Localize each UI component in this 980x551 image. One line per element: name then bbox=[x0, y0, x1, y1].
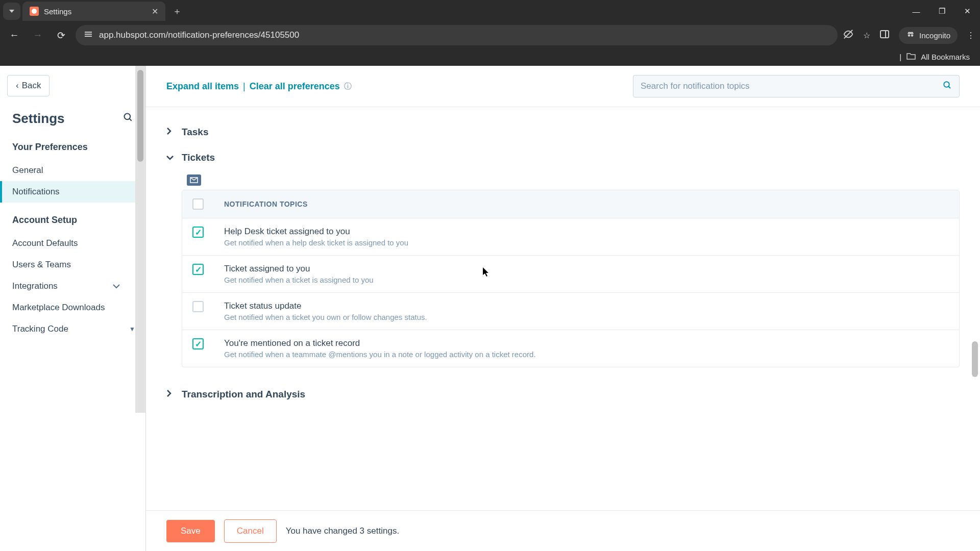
notification-topics-table: NOTIFICATION TOPICS Help Desk ticket ass… bbox=[182, 190, 960, 367]
url-input[interactable]: app.hubspot.com/notification-preferences… bbox=[76, 25, 838, 45]
clear-all-link[interactable]: Clear all preferences bbox=[250, 81, 340, 92]
search-field[interactable] bbox=[641, 81, 943, 91]
bookmark-star-icon[interactable]: ☆ bbox=[863, 31, 870, 40]
site-settings-icon[interactable] bbox=[84, 30, 93, 41]
kebab-menu-icon[interactable]: ⋮ bbox=[967, 31, 975, 40]
new-tab-button[interactable]: ＋ bbox=[167, 5, 187, 17]
divider: | bbox=[899, 53, 901, 61]
chevron-down-icon bbox=[113, 281, 120, 291]
back-nav-button[interactable]: ← bbox=[5, 26, 23, 44]
section-tickets[interactable]: Tickets bbox=[166, 145, 960, 170]
save-bar: Save Cancel You have changed 3 settings. bbox=[146, 510, 980, 551]
search-input[interactable] bbox=[633, 75, 960, 97]
section-transcription[interactable]: Transcription and Analysis bbox=[166, 382, 960, 407]
window-controls: — ❐ ✕ bbox=[903, 0, 980, 22]
sidebar-item-general[interactable]: General bbox=[0, 160, 145, 181]
svg-point-11 bbox=[944, 82, 949, 87]
topic-row-ticket-assigned: Ticket assigned to you Get notified when… bbox=[182, 255, 959, 292]
divider: | bbox=[243, 81, 246, 92]
info-icon[interactable]: ⓘ bbox=[344, 82, 352, 91]
topic-checkbox[interactable] bbox=[192, 338, 204, 349]
topic-checkbox[interactable] bbox=[192, 301, 204, 312]
svg-rect-2 bbox=[85, 34, 92, 35]
topic-checkbox[interactable] bbox=[192, 264, 204, 275]
topics-header-row: NOTIFICATION TOPICS bbox=[182, 190, 959, 218]
tab-menu-button[interactable] bbox=[3, 3, 20, 20]
email-channel-icon[interactable] bbox=[187, 174, 201, 186]
topic-row-help-desk: Help Desk ticket assigned to you Get not… bbox=[182, 218, 959, 255]
reload-button[interactable]: ⟳ bbox=[52, 26, 70, 44]
sidebar-item-users-teams[interactable]: Users & Teams bbox=[0, 254, 145, 276]
svg-line-10 bbox=[130, 119, 132, 121]
chevron-right-icon bbox=[166, 128, 175, 137]
select-all-checkbox[interactable] bbox=[192, 198, 204, 210]
topic-checkbox[interactable] bbox=[192, 227, 204, 238]
back-label: Back bbox=[22, 81, 41, 91]
tab-bar: Settings ✕ ＋ bbox=[0, 0, 980, 22]
topic-title: Help Desk ticket assigned to you bbox=[224, 227, 408, 237]
chevron-left-icon: ‹ bbox=[16, 81, 19, 91]
sidebar-item-notifications[interactable]: Notifications bbox=[0, 181, 145, 203]
svg-rect-1 bbox=[85, 32, 92, 33]
topic-title: Ticket status update bbox=[224, 301, 427, 311]
chevron-down-icon bbox=[166, 153, 175, 162]
topic-desc: Get notified when a ticket you own or fo… bbox=[224, 313, 427, 321]
svg-point-9 bbox=[125, 114, 131, 120]
eye-off-icon[interactable] bbox=[843, 29, 854, 42]
section-title: Tasks bbox=[182, 127, 208, 138]
search-icon[interactable] bbox=[123, 112, 133, 125]
incognito-icon bbox=[906, 30, 915, 41]
svg-point-8 bbox=[911, 34, 914, 37]
folder-icon bbox=[906, 53, 916, 61]
sidebar-item-marketplace[interactable]: Marketplace Downloads bbox=[0, 297, 145, 318]
svg-point-7 bbox=[908, 34, 911, 37]
save-button[interactable]: Save bbox=[166, 520, 215, 542]
settings-sidebar: ‹ Back Settings Your Preferences General… bbox=[0, 66, 146, 551]
section-tasks[interactable]: Tasks bbox=[166, 119, 960, 145]
search-icon[interactable] bbox=[943, 81, 952, 92]
your-preferences-label: Your Preferences bbox=[0, 137, 145, 160]
toolbar-row: Expand all items | Clear all preferences… bbox=[146, 66, 980, 107]
section-title: Transcription and Analysis bbox=[182, 389, 305, 400]
sidebar-item-account-defaults[interactable]: Account Defaults bbox=[0, 233, 145, 254]
tab-title: Settings bbox=[44, 7, 146, 16]
browser-tab[interactable]: Settings ✕ bbox=[22, 2, 165, 21]
url-text: app.hubspot.com/notification-preferences… bbox=[99, 30, 299, 40]
main-content: Expand all items | Clear all preferences… bbox=[146, 66, 980, 551]
incognito-badge[interactable]: Incognito bbox=[899, 27, 958, 44]
incognito-label: Incognito bbox=[919, 31, 950, 40]
browser-chrome: Settings ✕ ＋ — ❐ ✕ ← → ⟳ app.hubspot.com… bbox=[0, 0, 980, 66]
close-window-button[interactable]: ✕ bbox=[954, 0, 980, 22]
sidebar-item-label: Integrations bbox=[12, 281, 58, 291]
all-bookmarks-link[interactable]: All Bookmarks bbox=[921, 53, 970, 61]
topic-desc: Get notified when a ticket is assigned t… bbox=[224, 276, 374, 284]
app-body: ‹ Back Settings Your Preferences General… bbox=[0, 66, 980, 551]
expand-all-link[interactable]: Expand all items bbox=[166, 81, 239, 92]
change-message: You have changed 3 settings. bbox=[286, 526, 399, 536]
svg-point-0 bbox=[32, 9, 37, 14]
topic-title: Ticket assigned to you bbox=[224, 264, 374, 274]
cancel-button[interactable]: Cancel bbox=[224, 519, 277, 543]
sidebar-scrollbar-thumb[interactable] bbox=[137, 70, 143, 162]
address-bar: ← → ⟳ app.hubspot.com/notification-prefe… bbox=[0, 22, 980, 48]
sidebar-item-label: Tracking Code bbox=[12, 324, 68, 334]
panel-icon[interactable] bbox=[879, 29, 890, 41]
topic-title: You're mentioned on a ticket record bbox=[224, 338, 536, 348]
svg-line-12 bbox=[948, 86, 950, 88]
maximize-button[interactable]: ❐ bbox=[929, 0, 954, 22]
minimize-button[interactable]: — bbox=[903, 0, 929, 22]
caret-down-icon: ▼ bbox=[129, 325, 135, 333]
forward-nav-button[interactable]: → bbox=[29, 26, 47, 44]
main-scrollbar-thumb[interactable] bbox=[972, 341, 978, 377]
hubspot-icon bbox=[30, 7, 39, 16]
page-title: Settings bbox=[12, 111, 65, 127]
sidebar-item-integrations[interactable]: Integrations bbox=[0, 276, 145, 297]
chevron-right-icon bbox=[166, 390, 175, 399]
sidebar-item-tracking-code[interactable]: Tracking Code ▼ bbox=[0, 318, 145, 340]
topic-desc: Get notified when a help desk ticket is … bbox=[224, 238, 408, 247]
back-button[interactable]: ‹ Back bbox=[7, 75, 50, 96]
topic-row-ticket-status: Ticket status update Get notified when a… bbox=[182, 292, 959, 330]
svg-rect-5 bbox=[880, 31, 889, 38]
close-icon[interactable]: ✕ bbox=[152, 7, 158, 16]
account-setup-label: Account Setup bbox=[0, 210, 145, 233]
